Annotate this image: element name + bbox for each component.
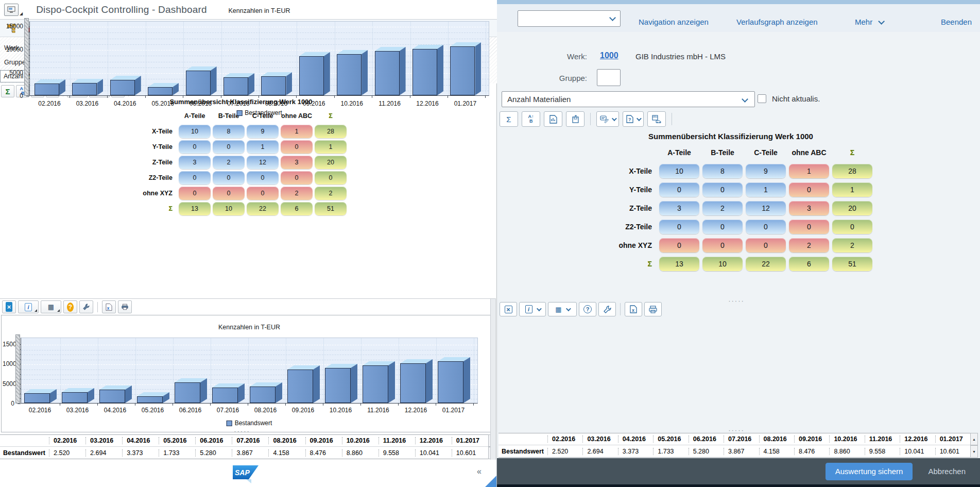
panel-splitter[interactable] (490, 299, 496, 460)
classification-cell[interactable]: 12 (746, 201, 786, 215)
show-navigation-link[interactable]: Navigation anzeigen (639, 18, 709, 26)
classification-cell[interactable]: 0 (746, 238, 786, 253)
more-menu-link[interactable]: Mehr (855, 18, 883, 26)
bar[interactable] (212, 383, 245, 403)
chart-help-button[interactable]: ? (579, 302, 596, 316)
classification-cell[interactable]: 1 (247, 140, 279, 154)
note-settings-button[interactable] (596, 111, 619, 127)
classification-cell[interactable]: 0 (179, 171, 211, 184)
classification-cell[interactable]: 0 (247, 187, 279, 200)
classification-cell[interactable]: 0 (659, 238, 699, 253)
classification-cell[interactable]: 3 (659, 201, 699, 215)
classification-cell[interactable]: 8 (702, 164, 743, 178)
bar[interactable] (337, 50, 368, 95)
werk-value-link[interactable]: 1000 (600, 51, 618, 60)
chart-tools-button[interactable] (79, 300, 93, 313)
period-check-button[interactable]: 12 (647, 111, 666, 127)
classification-cell[interactable]: 0 (702, 182, 743, 197)
bar[interactable] (137, 392, 169, 403)
classification-cell[interactable]: 0 (315, 171, 347, 184)
bar[interactable] (62, 388, 94, 403)
excel-export-button[interactable]: x (102, 300, 116, 313)
export-button[interactable] (566, 111, 584, 127)
gruppe-input[interactable] (597, 69, 621, 86)
classification-cell[interactable]: 0 (247, 171, 279, 184)
close-chart-button[interactable]: × (500, 302, 517, 316)
classification-cell[interactable]: 13 (659, 257, 699, 271)
chart-tools-button[interactable] (598, 302, 616, 316)
classification-cell[interactable]: 0 (213, 140, 245, 154)
bar[interactable] (261, 72, 292, 95)
bar[interactable] (72, 79, 103, 95)
bar[interactable] (99, 385, 132, 403)
bar[interactable] (250, 382, 282, 403)
classification-cell[interactable]: 9 (746, 164, 786, 178)
bar[interactable] (223, 73, 254, 95)
classification-cell[interactable]: 2 (702, 201, 743, 215)
classification-cell[interactable]: 0 (179, 187, 211, 200)
classification-cell[interactable]: 13 (179, 202, 211, 215)
classification-cell[interactable]: 0 (789, 220, 829, 234)
bar[interactable] (35, 79, 65, 95)
classification-cell[interactable]: 0 (746, 220, 786, 234)
classification-cell[interactable]: 0 (659, 220, 699, 234)
classification-cell[interactable]: 28 (832, 164, 872, 178)
scroll-down-button[interactable]: ▼ (970, 445, 978, 458)
resize-corner-icon[interactable] (485, 476, 496, 487)
chart-info-button[interactable]: i (519, 302, 546, 316)
classification-cell[interactable]: 0 (789, 182, 829, 197)
bar[interactable] (450, 42, 481, 95)
chart-type-button[interactable]: ▦ (41, 300, 61, 313)
classification-cell[interactable]: 0 (659, 182, 699, 197)
collapse-panel-icon[interactable]: « (477, 467, 482, 476)
classification-cell[interactable]: 28 (315, 125, 347, 138)
bar[interactable] (375, 47, 406, 95)
classification-cell[interactable]: 2 (281, 187, 313, 200)
not-update-checkbox[interactable] (758, 94, 766, 103)
classification-cell[interactable]: 9 (247, 125, 279, 138)
classification-cell[interactable]: 10 (213, 202, 245, 215)
classification-cell[interactable]: 1 (746, 182, 786, 197)
bar[interactable] (400, 359, 433, 403)
bar[interactable] (24, 389, 57, 403)
classification-cell[interactable]: 2 (832, 238, 872, 253)
classification-cell[interactable]: 20 (315, 156, 347, 169)
sum-button[interactable]: Σ (500, 111, 518, 127)
classification-cell[interactable]: 51 (832, 257, 872, 271)
classification-cell[interactable]: 0 (179, 140, 211, 154)
classification-cell[interactable]: 2 (315, 187, 347, 200)
splitter-grip[interactable]: ····· (728, 299, 745, 303)
splitter-grip[interactable]: ····· (728, 429, 745, 432)
excel-export-button[interactable]: x (625, 302, 642, 316)
sort-button[interactable]: A↑ B (522, 111, 540, 127)
bar[interactable] (110, 76, 141, 95)
classification-cell[interactable]: 20 (832, 201, 872, 215)
save-evaluation-button[interactable]: Auswertung sichern (826, 463, 913, 480)
show-history-graph-link[interactable]: Verlaufsgraph anzeigen (736, 18, 818, 26)
classification-cell[interactable]: 1 (315, 140, 347, 154)
classification-cell[interactable]: 0 (281, 140, 313, 154)
bar[interactable] (148, 83, 179, 95)
bar[interactable] (412, 45, 443, 95)
help-settings-button[interactable]: ? (623, 111, 644, 127)
classification-cell[interactable]: 0 (281, 171, 313, 184)
classification-cell[interactable]: 3 (789, 201, 829, 215)
bar[interactable] (299, 52, 330, 95)
classification-cell[interactable]: 51 (315, 202, 347, 215)
classification-cell[interactable]: 10 (659, 164, 699, 178)
bar[interactable] (186, 66, 217, 95)
bar[interactable] (325, 364, 357, 403)
print-button[interactable] (118, 300, 132, 313)
classification-cell[interactable]: 0 (213, 187, 245, 200)
classification-cell[interactable]: 0 (702, 238, 743, 253)
print-button[interactable] (644, 302, 662, 316)
scroll-up-button[interactable]: ▲ (970, 433, 978, 445)
classification-cell[interactable]: 2 (789, 238, 829, 253)
view-combobox[interactable] (518, 10, 621, 27)
classification-cell[interactable]: 22 (247, 202, 279, 215)
classification-cell[interactable]: 2 (213, 156, 245, 169)
bar[interactable] (287, 365, 320, 403)
bar[interactable] (175, 378, 207, 403)
classification-cell[interactable]: 12 (247, 156, 279, 169)
kpi-dropdown[interactable]: Anzahl Materialien (502, 91, 755, 107)
